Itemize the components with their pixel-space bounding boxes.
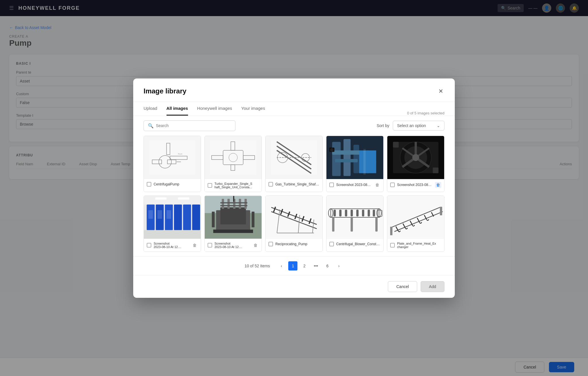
svg-rect-43 — [393, 142, 399, 147]
svg-rect-24 — [343, 139, 351, 176]
modal-close-button[interactable]: ✕ — [437, 87, 444, 96]
image-card-footer: Turbo_Expander_Single_Shaft_Single_Unit_… — [205, 179, 262, 192]
page-2-button[interactable]: 2 — [300, 261, 309, 271]
image-card[interactable]: Screenshot2023-08-10 At 12.... 🗑 — [204, 195, 262, 252]
svg-text:Runt: Runt — [178, 153, 182, 155]
image-checkbox[interactable] — [329, 183, 334, 187]
pagination-info: 10 of 52 Items — [245, 264, 270, 268]
delete-icon[interactable]: 🗑 — [252, 242, 259, 248]
chevron-down-icon: ⌄ — [437, 123, 440, 128]
image-card[interactable]: Centrifugal_Blower_Constant_Speed — [326, 195, 384, 252]
sort-select-value: Select an option — [397, 123, 426, 128]
svg-rect-59 — [144, 230, 201, 239]
svg-rect-99 — [375, 217, 378, 232]
image-checkbox[interactable] — [390, 183, 395, 187]
delete-icon[interactable]: 🗑 — [374, 182, 380, 188]
image-name: Turbo_Expander_Single_Shaft_Single_Unit_… — [214, 182, 259, 189]
search-input[interactable] — [156, 123, 231, 128]
image-checkbox[interactable] — [268, 242, 273, 246]
tab-honeywell-images[interactable]: Honeywell images — [197, 102, 232, 116]
image-thumbnail — [387, 136, 444, 179]
image-card-footer: Centrifugal_Blower_Constant_Speed — [326, 239, 383, 249]
cancel-button[interactable]: Cancel — [388, 281, 417, 292]
tab-upload[interactable]: Upload — [144, 102, 157, 116]
modal-footer: Cancel Add — [133, 275, 455, 298]
svg-rect-73 — [213, 229, 253, 233]
image-thumbnail — [205, 196, 262, 239]
sort-select[interactable]: Select an option ⌄ — [393, 121, 444, 131]
image-checkbox[interactable] — [268, 182, 273, 187]
image-card[interactable]: Turbo_Expander_Single_Shaft_Single_Unit_… — [204, 136, 262, 192]
svg-rect-94 — [356, 210, 359, 216]
tab-your-images[interactable]: Your images — [241, 102, 265, 116]
svg-rect-27 — [335, 159, 358, 162]
highlight-delete-icon[interactable]: 🗑 — [435, 182, 441, 188]
image-checkbox[interactable] — [329, 242, 334, 246]
image-card[interactable]: Runt CentrifugalPump — [144, 136, 201, 192]
image-card[interactable]: Screenshot 2023-08-10 At 12.... 🗑 — [387, 136, 444, 192]
image-card[interactable]: Plate_and_Frame_Heat_Exchanger — [387, 195, 444, 252]
prev-page-button[interactable]: ‹ — [277, 261, 286, 271]
svg-point-32 — [330, 148, 334, 151]
svg-rect-46 — [144, 196, 201, 204]
delete-icon[interactable]: 🗑 — [192, 242, 198, 248]
page-6-button[interactable]: 6 — [323, 261, 332, 271]
image-card-footer: Screenshot 2023-08-10 At 12.... 🗑 — [387, 179, 444, 191]
svg-rect-44 — [433, 167, 438, 173]
tab-all-images[interactable]: All images — [167, 102, 188, 116]
image-name: Reciprocating_Pump — [275, 242, 320, 246]
image-card[interactable]: Screenshot2023-08-10 At 12.... 🗑 — [144, 195, 201, 252]
svg-rect-56 — [167, 210, 171, 219]
image-library-modal: Image library ✕ Upload All images Honeyw… — [133, 78, 455, 298]
svg-rect-63 — [220, 207, 246, 224]
image-thumbnail — [326, 136, 383, 179]
svg-rect-95 — [362, 210, 364, 216]
svg-rect-97 — [373, 210, 375, 216]
image-card[interactable]: Gas_Turbine_Single_Shaft_Simple_Cycle — [265, 136, 323, 192]
svg-rect-64 — [222, 199, 224, 209]
sort-by-label: Sort by — [377, 123, 389, 128]
image-card-footer: CentrifugalPump — [144, 179, 201, 189]
page-1-button[interactable]: 1 — [288, 261, 297, 271]
image-card[interactable]: Screenshot 2023-08-10 At 12.... 🗑 — [326, 136, 384, 192]
image-checkbox[interactable] — [208, 183, 212, 188]
image-checkbox[interactable] — [147, 243, 151, 248]
image-card-footer: Plate_and_Frame_Heat_Exchanger — [387, 239, 444, 252]
svg-rect-54 — [148, 210, 153, 219]
image-thumbnail — [205, 136, 262, 179]
image-checkbox[interactable] — [147, 182, 151, 187]
add-button[interactable]: Add — [421, 281, 444, 292]
image-card-footer: Screenshot2023-08-10 At 12.... 🗑 — [205, 239, 262, 252]
pagination-dots: ••• — [311, 261, 320, 271]
image-thumbnail — [387, 196, 444, 239]
svg-rect-55 — [158, 210, 162, 219]
image-checkbox[interactable] — [390, 243, 395, 248]
svg-rect-67 — [239, 199, 241, 209]
image-grid: Runt CentrifugalPump — [133, 136, 455, 256]
svg-rect-100 — [351, 217, 353, 232]
svg-rect-52 — [183, 204, 191, 230]
svg-rect-30 — [363, 149, 366, 174]
svg-point-42 — [412, 154, 419, 161]
svg-rect-23 — [332, 142, 341, 176]
image-card-footer: Reciprocating_Pump — [266, 239, 322, 249]
svg-rect-51 — [174, 204, 182, 230]
modal-tabs: Upload All images Honeywell images Your … — [133, 102, 455, 116]
image-thumbnail — [144, 196, 201, 239]
image-name: Screenshot 2023-08-10 At 12.... — [397, 183, 433, 187]
modal-overlay: Image library ✕ Upload All images Honeyw… — [0, 0, 588, 376]
svg-rect-96 — [368, 210, 370, 216]
next-page-button[interactable]: › — [334, 261, 343, 271]
image-thumbnail — [266, 196, 322, 239]
search-box[interactable]: 🔍 — [144, 120, 235, 131]
modal-toolbar: 🔍 Sort by Select an option ⌄ — [133, 116, 455, 136]
image-card[interactable]: Reciprocating_Pump — [265, 195, 323, 252]
svg-rect-113 — [390, 227, 392, 235]
svg-rect-57 — [155, 197, 167, 199]
modal-title: Image library — [144, 87, 186, 95]
svg-rect-70 — [220, 205, 247, 206]
image-name: CentrifugalPump — [154, 182, 198, 186]
image-checkbox[interactable] — [208, 243, 212, 248]
svg-rect-71 — [212, 212, 215, 227]
svg-rect-65 — [227, 199, 230, 209]
